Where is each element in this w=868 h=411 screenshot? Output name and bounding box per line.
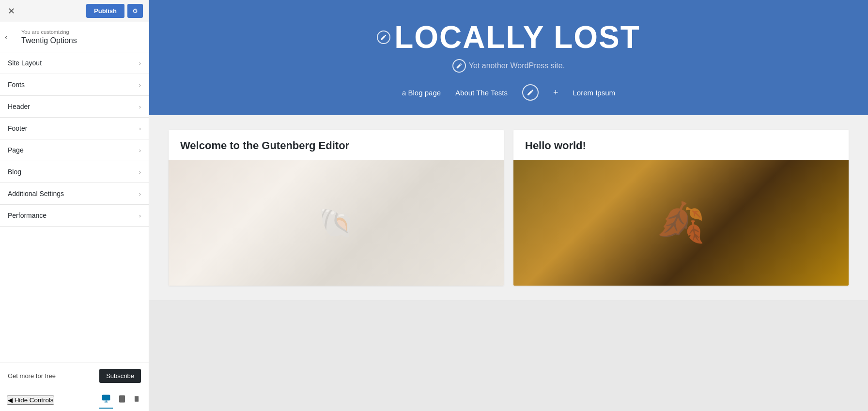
chevron-right-icon: › (139, 125, 141, 132)
site-header: LOCALLY LOST Yet another WordPress site.… (149, 0, 868, 115)
chevron-right-icon: › (139, 190, 141, 198)
site-title-text: LOCALLY LOST (394, 19, 640, 55)
site-title: LOCALLY LOST (159, 19, 858, 55)
svg-rect-0 (102, 395, 110, 401)
back-button[interactable]: ‹ (5, 33, 7, 42)
menu-item-label: Performance (8, 212, 46, 219)
chevron-right-icon: › (139, 147, 141, 154)
nav-lorem-link[interactable]: Lorem Ipsum (573, 89, 615, 97)
svg-point-4 (122, 401, 123, 402)
nav-plus: + (553, 88, 558, 98)
view-controls (99, 392, 142, 409)
menu-item-site-layout[interactable]: Site Layout› (0, 52, 149, 74)
edit-nav-icon[interactable] (522, 84, 539, 101)
theme-name: Twentig Options (21, 36, 141, 45)
menu-item-label: Blog (8, 168, 21, 176)
post-image-2 (513, 160, 849, 286)
hide-controls-label: Hide Controls (15, 396, 54, 404)
publish-area: Publish ⚙ (86, 4, 143, 18)
footer-controls-bar: ◀ Hide Controls (0, 389, 149, 411)
topbar: ✕ Publish ⚙ (0, 0, 149, 22)
sidebar: ✕ Publish ⚙ ‹ You are customizing Twenti… (0, 0, 149, 411)
chevron-right-icon: › (139, 212, 141, 219)
menu-list: Site Layout›Fonts›Header›Footer›Page›Blo… (0, 52, 149, 363)
posts-grid: Welcome to the Gutenberg Editor Hello wo… (169, 130, 849, 286)
site-nav: a Blog page About The Tests + Lorem Ipsu… (159, 84, 858, 101)
menu-item-page[interactable]: Page› (0, 139, 149, 161)
menu-item-label: Fonts (8, 81, 25, 89)
menu-item-label: Footer (8, 124, 27, 132)
site-content: Welcome to the Gutenberg Editor Hello wo… (149, 115, 868, 300)
preview-area: LOCALLY LOST Yet another WordPress site.… (149, 0, 868, 411)
chevron-right-icon: › (139, 81, 141, 89)
site-description: Yet another WordPress site. (159, 59, 858, 73)
chevron-right-icon: › (139, 103, 141, 110)
svg-point-6 (136, 401, 137, 401)
chevron-right-icon: › (139, 168, 141, 176)
menu-item-label: Additional Settings (8, 190, 64, 198)
menu-item-performance[interactable]: Performance› (0, 205, 149, 227)
mobile-view-button[interactable] (131, 392, 142, 409)
settings-button[interactable]: ⚙ (127, 4, 143, 18)
post-image-1 (169, 160, 504, 286)
post-card-2: Hello world! (513, 130, 849, 286)
nav-about-link[interactable]: About The Tests (455, 89, 508, 97)
customizing-label: You are customizing (21, 29, 141, 35)
post-card-1: Welcome to the Gutenberg Editor (169, 130, 504, 286)
site-description-text: Yet another WordPress site. (469, 61, 565, 70)
get-more-text: Get more for free (8, 372, 56, 380)
menu-item-label: Site Layout (8, 59, 42, 67)
bottom-bar: Get more for free Subscribe (0, 363, 149, 389)
post-title-1: Welcome to the Gutenberg Editor (169, 130, 504, 160)
publish-button[interactable]: Publish (86, 4, 124, 18)
edit-description-icon[interactable] (452, 59, 466, 73)
menu-item-footer[interactable]: Footer› (0, 118, 149, 139)
menu-item-label: Page (8, 146, 24, 154)
hide-controls-button[interactable]: ◀ Hide Controls (7, 396, 54, 405)
desktop-view-button[interactable] (99, 392, 113, 409)
customizing-header: ‹ You are customizing Twentig Options (0, 22, 149, 52)
chevron-right-icon: › (139, 60, 141, 67)
menu-item-header[interactable]: Header› (0, 96, 149, 118)
menu-item-label: Header (8, 103, 30, 110)
subscribe-button[interactable]: Subscribe (99, 369, 141, 383)
post-title-2: Hello world! (513, 130, 849, 160)
close-button[interactable]: ✕ (6, 4, 17, 18)
edit-title-icon[interactable] (377, 30, 390, 44)
hide-icon: ◀ (8, 396, 13, 404)
tablet-view-button[interactable] (116, 392, 128, 409)
menu-item-fonts[interactable]: Fonts› (0, 74, 149, 96)
menu-item-blog[interactable]: Blog› (0, 161, 149, 183)
menu-item-additional-settings[interactable]: Additional Settings› (0, 183, 149, 205)
nav-blog-link[interactable]: a Blog page (402, 89, 441, 97)
